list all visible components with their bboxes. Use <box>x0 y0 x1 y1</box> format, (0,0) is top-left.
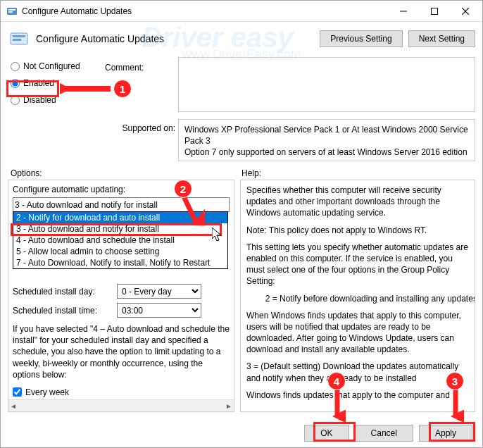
supported-on-label: Supported on: <box>105 119 175 161</box>
next-setting-button[interactable]: Next Setting <box>408 30 475 47</box>
svg-rect-2 <box>8 11 13 13</box>
radio-not-configured[interactable]: Not Configured <box>11 61 102 71</box>
help-para: This setting lets you specify whether au… <box>246 242 469 287</box>
svg-rect-1 <box>8 9 15 11</box>
previous-setting-button[interactable]: Previous Setting <box>320 30 402 47</box>
radio-label: Enabled <box>23 78 54 88</box>
checkbox-label: Every week <box>25 387 69 397</box>
ok-button[interactable]: OK <box>304 425 349 442</box>
dropdown-option[interactable]: 7 - Auto Download, Notify to install, No… <box>13 257 227 268</box>
header-title: Configure Automatic Updates <box>36 33 320 44</box>
dropdown-option[interactable]: 5 - Allow local admin to choose setting <box>13 246 227 257</box>
help-pane: Specifies whether this computer will rec… <box>240 180 475 412</box>
sched-time-select[interactable]: 03:00 <box>117 303 201 318</box>
supported-on-text: Windows XP Professional Service Pack 1 o… <box>178 119 475 161</box>
apply-button[interactable]: Apply <box>419 425 472 442</box>
options-scrollbar[interactable]: ◄► <box>8 399 234 411</box>
sched-day-select[interactable]: 0 - Every day <box>117 284 201 299</box>
radio-label: Not Configured <box>23 61 80 71</box>
dropdown-option[interactable]: 2 - Notify for download and auto install <box>13 212 227 223</box>
help-para: When Windows finds updates that apply to… <box>246 310 469 356</box>
help-label: Help: <box>242 168 261 178</box>
maximize-button[interactable] <box>419 1 450 21</box>
svg-rect-4 <box>432 8 438 14</box>
minimize-button[interactable] <box>388 1 419 21</box>
sched-day-label: Scheduled install day: <box>13 287 111 297</box>
titlebar: Configure Automatic Updates <box>1 1 482 22</box>
options-label: Options: <box>11 168 242 178</box>
comment-textarea[interactable] <box>178 57 475 112</box>
configure-updating-dropdown[interactable] <box>13 197 230 212</box>
dropdown-option[interactable]: 4 - Auto download and schedule the insta… <box>13 235 227 246</box>
radio-enabled[interactable]: Enabled <box>11 78 102 88</box>
dropdown-option[interactable]: 3 - Auto download and notify for install <box>13 223 227 235</box>
window-title: Configure Automatic Updates <box>22 6 388 16</box>
state-radio-group: Not Configured Enabled Disabled <box>11 57 102 105</box>
help-para: Note: This policy does not apply to Wind… <box>246 225 469 236</box>
every-week-checkbox[interactable]: Every week <box>13 387 230 397</box>
options-note: If you have selected "4 – Auto download … <box>13 323 230 380</box>
configure-label: Configure automatic updating: <box>13 185 230 194</box>
sched-time-label: Scheduled install time: <box>13 306 111 316</box>
header: Configure Automatic Updates Previous Set… <box>1 22 482 54</box>
close-button[interactable] <box>450 1 481 21</box>
help-para: 2 = Notify before downloading and instal… <box>246 293 469 304</box>
app-icon <box>6 6 18 17</box>
dialog-footer: OK Cancel Apply <box>304 425 472 442</box>
svg-rect-9 <box>13 39 21 41</box>
radio-label: Disabled <box>23 95 56 105</box>
comment-label: Comment: <box>105 57 175 73</box>
help-para: Specifies whether this computer will rec… <box>246 185 469 219</box>
cancel-button[interactable]: Cancel <box>355 425 413 442</box>
help-para: 3 = (Default setting) Download the updat… <box>246 361 469 383</box>
help-para: Windows finds updates that apply to the … <box>246 390 469 401</box>
radio-disabled[interactable]: Disabled <box>11 95 102 105</box>
options-pane: Configure automatic updating: 2 - Notify… <box>8 180 234 412</box>
svg-rect-8 <box>13 35 25 37</box>
policy-icon <box>8 27 30 50</box>
configure-dropdown-list: 2 - Notify for download and auto install… <box>13 211 228 269</box>
